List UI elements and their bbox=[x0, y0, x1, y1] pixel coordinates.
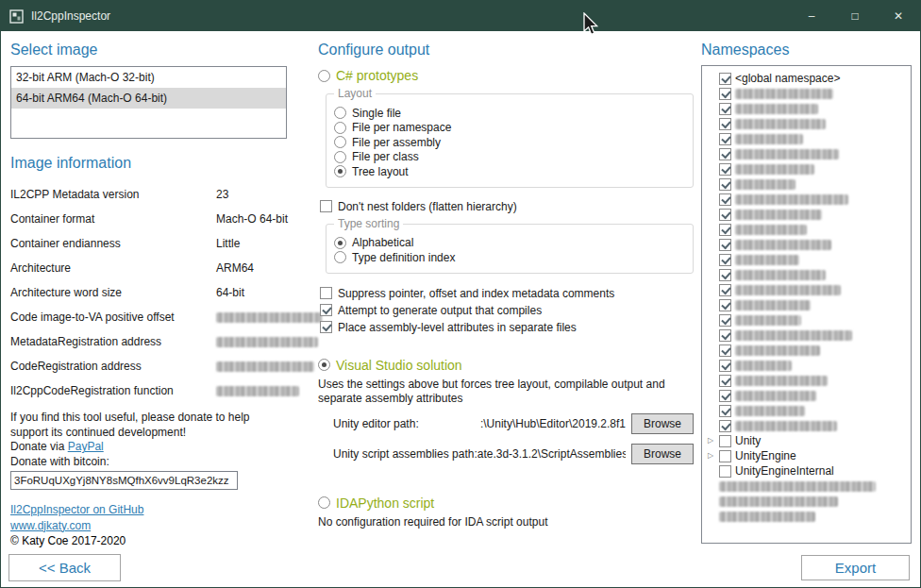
checkbox[interactable] bbox=[719, 269, 731, 281]
checkbox[interactable] bbox=[719, 209, 731, 221]
namespace-row[interactable] bbox=[706, 403, 911, 418]
back-button[interactable]: << Back bbox=[8, 554, 121, 581]
github-link[interactable]: Il2CppInspector on GitHub bbox=[10, 503, 287, 518]
namespace-row[interactable] bbox=[706, 328, 911, 343]
radio-button[interactable] bbox=[334, 237, 346, 249]
checkbox[interactable] bbox=[320, 321, 332, 333]
checkbox[interactable] bbox=[719, 178, 731, 191]
website-link[interactable]: www.djkaty.com bbox=[10, 519, 287, 534]
checkbox[interactable] bbox=[719, 420, 731, 432]
checkbox[interactable] bbox=[719, 254, 731, 266]
idapython-option[interactable]: IDAPython script bbox=[318, 495, 694, 512]
checkbox[interactable] bbox=[719, 148, 731, 160]
checkbox[interactable] bbox=[719, 133, 731, 145]
option-checkbox-row[interactable]: Place assembly-level attributes in separ… bbox=[320, 319, 694, 336]
checkbox[interactable] bbox=[719, 103, 731, 115]
sorting-option[interactable]: Alphabetical bbox=[334, 236, 683, 251]
namespace-row[interactable] bbox=[706, 222, 911, 237]
namespace-row[interactable] bbox=[706, 297, 911, 312]
namespace-row[interactable]: ▷Unity bbox=[706, 433, 911, 448]
checkbox[interactable] bbox=[719, 375, 731, 387]
radio-button[interactable] bbox=[334, 107, 346, 119]
radio-button[interactable] bbox=[318, 359, 330, 371]
layout-option[interactable]: Tree layout bbox=[334, 164, 683, 179]
namespace-row[interactable] bbox=[706, 252, 911, 267]
image-list-item[interactable]: 64-bit ARM64 (Mach-O 64-bit) bbox=[11, 88, 286, 109]
expander-icon[interactable]: ▷ bbox=[706, 433, 715, 448]
namespace-row[interactable] bbox=[706, 343, 911, 358]
radio-button[interactable] bbox=[318, 70, 330, 82]
paypal-link[interactable]: PayPal bbox=[68, 440, 104, 453]
namespace-row[interactable] bbox=[706, 494, 911, 509]
checkbox[interactable] bbox=[719, 239, 731, 251]
checkbox[interactable] bbox=[719, 193, 731, 206]
namespace-row[interactable] bbox=[706, 267, 911, 282]
radio-button[interactable] bbox=[334, 251, 346, 263]
namespace-row[interactable] bbox=[706, 373, 911, 388]
namespace-row[interactable] bbox=[706, 146, 911, 161]
expander-icon[interactable]: ▷ bbox=[706, 448, 715, 463]
namespace-row[interactable] bbox=[706, 312, 911, 328]
namespace-row[interactable]: UnityEngineInternal bbox=[706, 463, 911, 479]
flatten-checkbox-row[interactable]: Don't nest folders (flatten hierarchy) bbox=[320, 199, 694, 214]
visual-studio-option[interactable]: Visual Studio solution bbox=[318, 357, 694, 374]
close-button[interactable]: ✕ bbox=[877, 1, 920, 31]
radio-button[interactable] bbox=[334, 122, 346, 134]
namespace-row[interactable] bbox=[706, 237, 911, 252]
sorting-option[interactable]: Type definition index bbox=[334, 250, 683, 265]
titlebar[interactable]: Il2CppInspector – □ ✕ bbox=[1, 1, 920, 31]
namespace-row[interactable] bbox=[706, 388, 911, 403]
namespace-row[interactable] bbox=[706, 207, 911, 222]
namespace-row[interactable] bbox=[706, 86, 911, 101]
namespace-row[interactable] bbox=[706, 161, 911, 176]
radio-button[interactable] bbox=[334, 151, 346, 163]
layout-option[interactable]: File per namespace bbox=[334, 121, 683, 136]
namespace-row[interactable] bbox=[706, 116, 911, 131]
layout-option[interactable]: File per assembly bbox=[334, 135, 683, 150]
checkbox[interactable] bbox=[719, 360, 731, 372]
checkbox[interactable] bbox=[719, 163, 731, 176]
option-checkbox-row[interactable]: Attempt to generate output that compiles bbox=[320, 302, 694, 319]
checkbox[interactable] bbox=[719, 435, 731, 447]
maximize-button[interactable]: □ bbox=[833, 1, 877, 31]
namespace-row[interactable]: ▷UnityEngine bbox=[706, 448, 911, 463]
checkbox[interactable] bbox=[719, 450, 731, 462]
namespace-row[interactable]: <global namespace> bbox=[706, 71, 911, 86]
checkbox[interactable] bbox=[320, 287, 332, 299]
radio-button[interactable] bbox=[318, 496, 330, 509]
checkbox[interactable] bbox=[719, 344, 731, 357]
namespace-row[interactable] bbox=[706, 479, 911, 494]
unity-script-browse-button[interactable]: Browse bbox=[631, 444, 694, 464]
namespace-row[interactable] bbox=[706, 282, 911, 297]
radio-button[interactable] bbox=[334, 136, 346, 148]
checkbox[interactable] bbox=[719, 329, 731, 342]
namespace-row[interactable] bbox=[706, 509, 911, 524]
checkbox[interactable] bbox=[719, 88, 731, 100]
namespace-row[interactable] bbox=[706, 176, 911, 192]
namespaces-list[interactable]: <global namespace>▷Unity▷UnityEngineUnit… bbox=[701, 65, 912, 544]
checkbox[interactable] bbox=[719, 405, 731, 417]
unity-editor-browse-button[interactable]: Browse bbox=[631, 413, 694, 434]
namespace-row[interactable] bbox=[706, 358, 911, 373]
checkbox[interactable] bbox=[719, 465, 731, 478]
checkbox[interactable] bbox=[320, 304, 332, 316]
image-listbox[interactable]: 32-bit ARM (Mach-O 32-bit)64-bit ARM64 (… bbox=[10, 66, 287, 139]
checkbox[interactable] bbox=[320, 200, 332, 212]
layout-option[interactable]: Single file bbox=[334, 106, 683, 121]
option-checkbox-row[interactable]: Suppress pointer, offset and index metad… bbox=[320, 285, 694, 302]
checkbox[interactable] bbox=[719, 284, 731, 296]
checkbox[interactable] bbox=[719, 390, 731, 402]
checkbox[interactable] bbox=[719, 73, 731, 85]
namespace-row[interactable] bbox=[706, 131, 911, 146]
namespace-row[interactable] bbox=[706, 192, 911, 207]
checkbox[interactable] bbox=[719, 224, 731, 236]
checkbox[interactable] bbox=[719, 299, 731, 311]
namespace-row[interactable] bbox=[706, 418, 911, 433]
image-list-item[interactable]: 32-bit ARM (Mach-O 32-bit) bbox=[11, 67, 286, 88]
minimize-button[interactable]: – bbox=[790, 1, 833, 31]
bitcoin-address-input[interactable] bbox=[10, 471, 238, 490]
checkbox[interactable] bbox=[719, 118, 731, 130]
radio-button[interactable] bbox=[334, 165, 346, 177]
layout-option[interactable]: File per class bbox=[334, 150, 683, 165]
csharp-prototypes-option[interactable]: C# prototypes bbox=[318, 67, 694, 84]
